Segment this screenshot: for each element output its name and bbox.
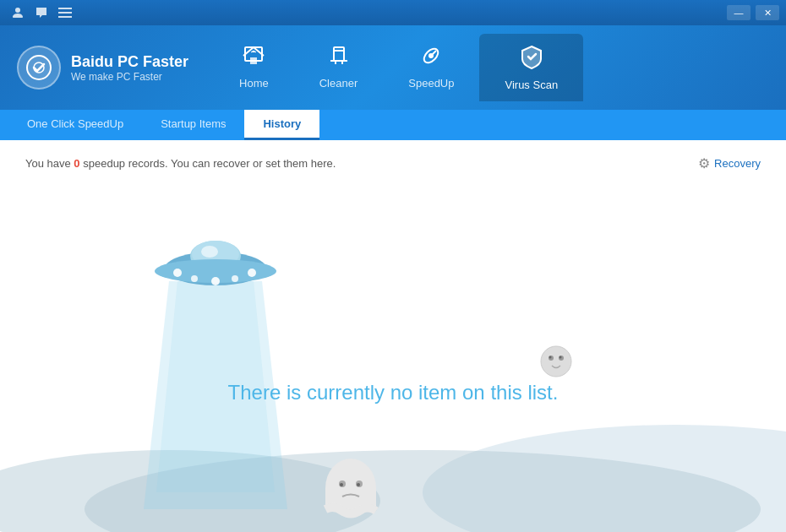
speedup-icon (419, 44, 443, 73)
svg-rect-2 (58, 16, 72, 18)
svg-rect-7 (334, 47, 344, 61)
subtab-startup[interactable]: Startup Items (142, 110, 244, 140)
cleaner-label: Cleaner (319, 77, 358, 90)
svg-point-29 (248, 269, 256, 277)
main-nav: Home Cleaner (214, 34, 583, 101)
logo-area: Baidu PC Faster We make PC Faster (17, 46, 188, 90)
minimize-button[interactable]: — (727, 5, 751, 20)
svg-text:There is currently no item on : There is currently no item on this list. (228, 381, 559, 404)
titlebar-icons (10, 5, 73, 20)
nav-tab-cleaner[interactable]: Cleaner (294, 34, 384, 101)
svg-rect-1 (58, 12, 72, 14)
svg-point-39 (549, 356, 552, 359)
svg-rect-0 (58, 8, 72, 9)
svg-point-25 (173, 269, 182, 277)
svg-point-28 (232, 275, 238, 282)
person-icon[interactable] (10, 5, 25, 20)
app-header: Baidu PC Faster We make PC Faster Home (0, 25, 786, 110)
chat-icon[interactable] (34, 5, 49, 20)
svg-point-24 (201, 246, 218, 258)
speedup-label: SpeedUp (408, 77, 454, 90)
empty-illustration: There is currently no item on this list. (0, 140, 786, 532)
nav-tab-home[interactable]: Home (214, 34, 294, 101)
main-content: You have 0 speedup records. You can reco… (0, 140, 786, 532)
subtab-history[interactable]: History (244, 110, 319, 140)
subtab-one-click[interactable]: One Click SpeedUp (8, 110, 142, 140)
svg-point-14 (429, 54, 433, 57)
titlebar: — ✕ (0, 0, 786, 25)
svg-point-35 (357, 483, 360, 486)
home-icon (242, 44, 265, 73)
cleaner-icon (327, 44, 351, 73)
svg-point-34 (340, 483, 343, 486)
titlebar-controls: — ✕ (727, 5, 779, 20)
logo-text: Baidu PC Faster We make PC Faster (71, 53, 188, 83)
home-label: Home (239, 77, 269, 90)
svg-rect-6 (250, 57, 257, 64)
nav-tab-speedup[interactable]: SpeedUp (383, 34, 479, 101)
svg-point-27 (211, 277, 220, 285)
virus-scan-label: Virus Scan (505, 79, 558, 91)
close-button[interactable]: ✕ (756, 5, 779, 20)
app-subtitle: We make PC Faster (71, 71, 188, 83)
subtabs: One Click SpeedUp Startup Items History (0, 110, 786, 140)
svg-point-36 (541, 346, 571, 377)
svg-point-40 (559, 356, 562, 359)
menu-icon[interactable] (57, 5, 73, 20)
app-title: Baidu PC Faster (71, 53, 188, 71)
logo-icon (17, 46, 61, 90)
svg-point-3 (27, 56, 51, 79)
svg-point-26 (191, 275, 198, 282)
nav-tab-virus-scan[interactable]: Virus Scan (479, 34, 583, 101)
virus-scan-icon (519, 44, 544, 75)
